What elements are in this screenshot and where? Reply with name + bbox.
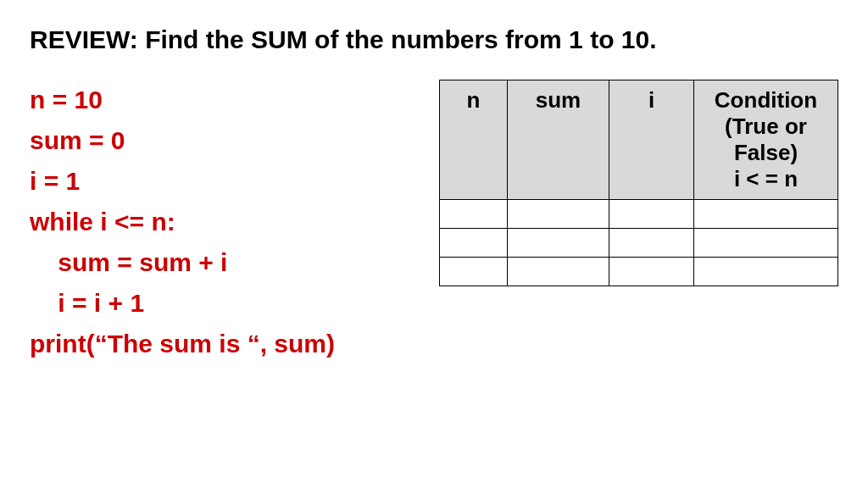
cell-n (440, 229, 508, 258)
table-row (440, 258, 838, 286)
condition-header-line2: i < = n (704, 166, 827, 192)
table-header-sum: sum (508, 80, 609, 200)
table-header-row: n sum i Condition (True or False) i < = … (440, 80, 838, 200)
cell-n (440, 258, 508, 286)
cell-sum (508, 258, 609, 286)
condition-header-line1: Condition (True or False) (704, 87, 827, 166)
table-header-condition: Condition (True or False) i < = n (694, 80, 838, 200)
table-row (440, 200, 838, 229)
table-row (440, 229, 838, 258)
code-line: while i <= n: (30, 202, 411, 242)
code-line: print(“The sum is “, sum) (30, 324, 411, 364)
trace-table-wrapper: n sum i Condition (True or False) i < = … (439, 80, 838, 286)
cell-i (609, 229, 694, 258)
trace-table: n sum i Condition (True or False) i < = … (439, 80, 838, 286)
cell-sum (508, 200, 609, 229)
table-header-n: n (440, 80, 508, 200)
page-title: REVIEW: Find the SUM of the numbers from… (30, 25, 838, 54)
cell-i (609, 258, 694, 286)
cell-condition (694, 229, 838, 258)
cell-condition (694, 258, 838, 286)
code-line: i = i + 1 (30, 283, 411, 324)
code-line: sum = sum + i (30, 242, 411, 283)
code-line: sum = 0 (30, 120, 411, 161)
cell-sum (508, 229, 609, 258)
code-block: n = 10 sum = 0 i = 1 while i <= n: sum =… (30, 80, 411, 364)
code-line: i = 1 (30, 161, 411, 202)
cell-condition (694, 200, 838, 229)
table-header-i: i (609, 80, 694, 200)
cell-n (440, 200, 508, 229)
cell-i (609, 200, 694, 229)
code-line: n = 10 (30, 80, 411, 120)
